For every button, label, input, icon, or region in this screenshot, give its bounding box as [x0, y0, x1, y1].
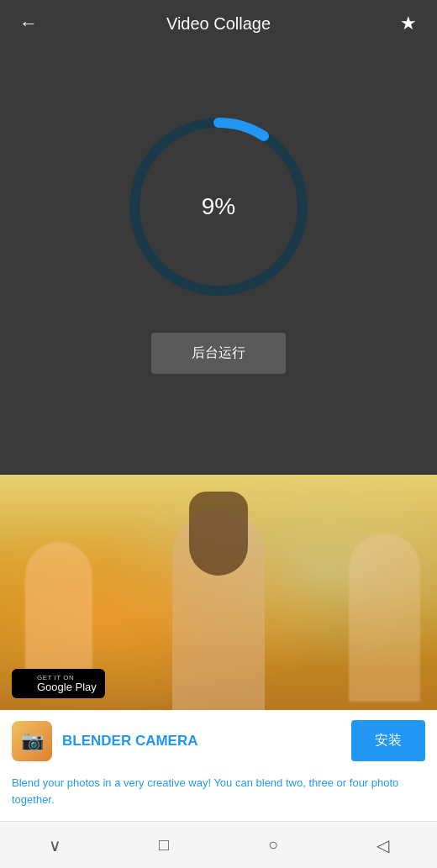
nav-menu-button[interactable]: ◁: [362, 825, 403, 865]
nav-recents-button[interactable]: ○: [253, 825, 293, 865]
app-info-row: 📷 BLENDER CAMERA 安装: [0, 710, 437, 771]
install-button[interactable]: 安装: [351, 720, 425, 761]
app-header: ← Video Collage ★: [0, 0, 437, 47]
star-icon[interactable]: ★: [393, 8, 424, 39]
app-description-area: Blend your photos in a very creative way…: [0, 771, 437, 821]
person-right-decoration: [349, 534, 420, 702]
background-run-button[interactable]: 后台运行: [151, 333, 286, 374]
progress-percent: 9%: [202, 193, 235, 220]
back-button[interactable]: ←: [13, 8, 44, 39]
progress-circle: 9%: [126, 114, 311, 299]
bottom-navigation: ∨ □ ○ ◁: [0, 821, 437, 868]
person-center-decoration: [172, 508, 265, 710]
app-name: BLENDER CAMERA: [62, 733, 341, 750]
google-play-text: GET IT ON Google Play: [37, 674, 97, 693]
app-icon: 📷: [12, 721, 52, 761]
page-title: Video Collage: [166, 14, 271, 34]
nav-home-button[interactable]: □: [144, 825, 184, 865]
ad-banner: ▶ GET IT ON Google Play: [0, 475, 437, 710]
google-play-icon: ▶: [20, 674, 32, 692]
nav-back-button[interactable]: ∨: [34, 825, 75, 865]
google-play-label: Google Play: [37, 681, 97, 693]
google-play-badge[interactable]: ▶ GET IT ON Google Play: [12, 669, 105, 698]
app-description-text: Blend your photos in a very creative way…: [12, 775, 425, 808]
hair-decoration: [189, 492, 248, 576]
progress-area: 9% 后台运行: [0, 47, 437, 475]
